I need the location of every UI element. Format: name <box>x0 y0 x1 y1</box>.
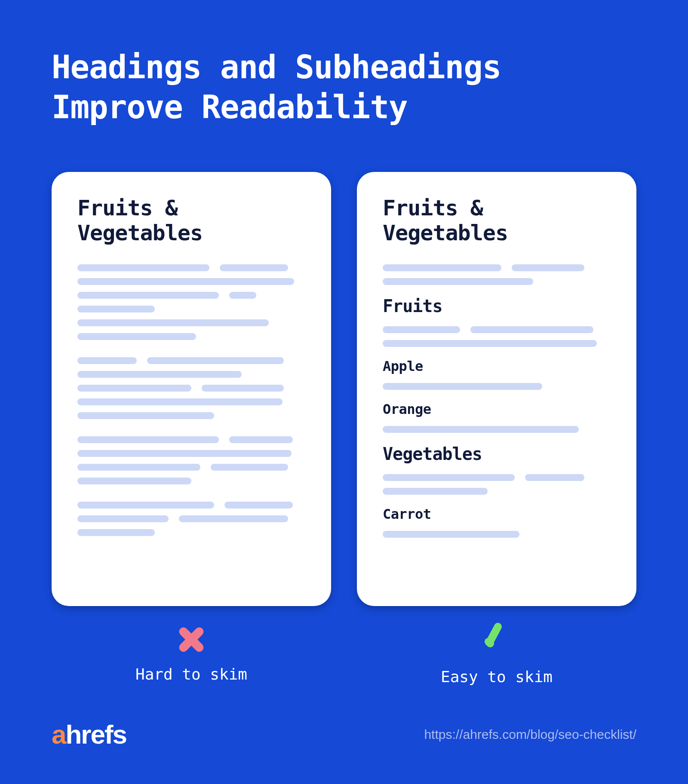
subheading-h3: Carrot <box>383 506 611 522</box>
subheading-h2: Fruits <box>383 296 611 316</box>
subheading-h3: Apple <box>383 358 611 374</box>
title-line-1: Headings and Subheadings <box>52 49 501 86</box>
card-heading: Fruits & Vegetables <box>383 196 611 245</box>
title-line-2: Improve Readability <box>52 89 407 126</box>
logo-rest: hrefs <box>65 720 126 749</box>
page-title: Headings and Subheadings Improve Readabi… <box>52 47 501 127</box>
status-label: Easy to skim <box>441 668 553 686</box>
comparison-container: Fruits & Vegetables <box>52 172 636 686</box>
right-column: Fruits & Vegetables Fruits Apple Orange … <box>357 172 636 686</box>
placeholder-paragraph <box>383 326 611 347</box>
card-heading: Fruits & Vegetables <box>77 196 305 245</box>
brand-logo: ahrefs <box>52 719 126 750</box>
placeholder-paragraph <box>77 502 305 536</box>
status-label: Hard to skim <box>135 665 247 683</box>
placeholder-paragraph <box>383 474 611 495</box>
placeholder-paragraph <box>383 264 611 285</box>
subheading-h3: Orange <box>383 401 611 417</box>
subheading-h2: Vegetables <box>383 444 611 464</box>
check-icon <box>482 626 512 656</box>
placeholder-paragraph <box>77 436 305 484</box>
cross-icon <box>178 626 205 653</box>
footer: ahrefs https://ahrefs.com/blog/seo-check… <box>52 719 636 750</box>
status-good: Easy to skim <box>441 626 553 686</box>
source-url: https://ahrefs.com/blog/seo-checklist/ <box>424 727 636 742</box>
left-column: Fruits & Vegetables <box>52 172 331 686</box>
card-hard-to-skim: Fruits & Vegetables <box>52 172 331 606</box>
logo-a: a <box>52 720 65 749</box>
placeholder-paragraph <box>77 357 305 419</box>
placeholder-paragraph <box>383 426 611 433</box>
status-bad: Hard to skim <box>135 626 247 683</box>
placeholder-paragraph <box>77 264 305 340</box>
placeholder-paragraph <box>383 531 611 538</box>
placeholder-paragraph <box>383 383 611 390</box>
card-easy-to-skim: Fruits & Vegetables Fruits Apple Orange … <box>357 172 636 606</box>
